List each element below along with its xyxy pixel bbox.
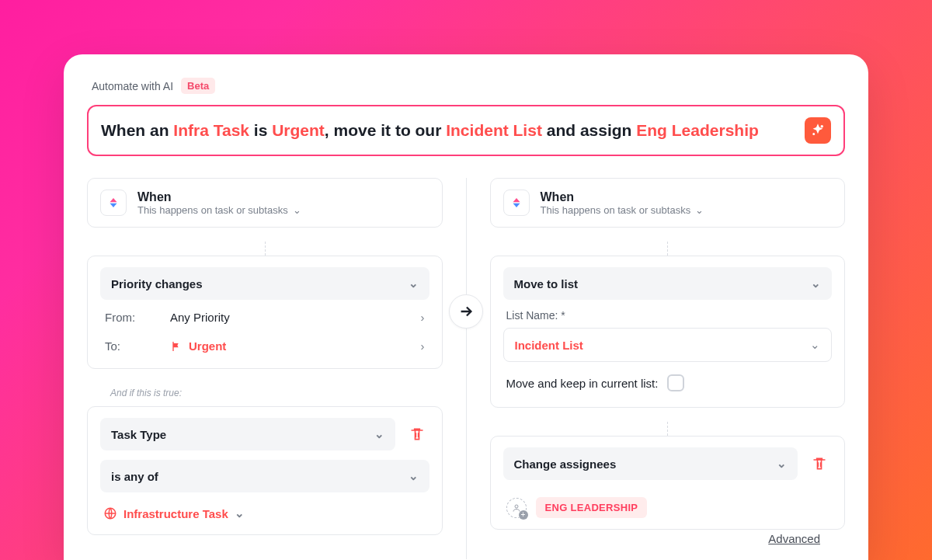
trigger-when-card[interactable]: When This happens on task or subtasks ⌄ <box>87 178 443 228</box>
chevron-down-icon: ⌄ <box>810 338 820 352</box>
action-when-card[interactable]: When This happens on task or subtasks ⌄ <box>490 178 846 228</box>
keep-in-list-label: Move and keep in current list: <box>506 377 659 390</box>
chevron-down-icon: ⌄ <box>777 457 787 471</box>
list-name-label: List Name: * <box>503 300 833 328</box>
beta-badge: Beta <box>181 78 215 94</box>
prompt-text: When an Infra Task is Urgent, move it to… <box>101 120 759 141</box>
assignee-pill[interactable]: ENG LEADERSHIP <box>536 497 648 518</box>
app-logo-icon <box>100 190 127 216</box>
svg-point-1 <box>813 134 815 135</box>
trigger-config-card: Priority changes ⌄ From: Any Priority › … <box>87 256 443 369</box>
chevron-right-icon: › <box>421 311 425 324</box>
when-title: When <box>137 190 301 204</box>
flag-icon <box>170 340 183 353</box>
chevron-down-icon: ⌄ <box>409 277 419 290</box>
chevron-down-icon: ⌄ <box>695 204 704 216</box>
connector-line <box>667 242 845 256</box>
ai-generate-button[interactable] <box>805 117 831 144</box>
chevron-down-icon: ⌄ <box>374 427 384 441</box>
change-assignees-card: Change assignees ⌄ ENG LEADERSHIP <box>490 436 846 530</box>
when-scope-select[interactable]: This happens on task or subtasks ⌄ <box>541 204 704 216</box>
action-type-select[interactable]: Change assignees ⌄ <box>503 447 798 480</box>
chevron-down-icon: ⌄ <box>409 469 419 483</box>
globe-icon <box>103 506 117 520</box>
chevron-down-icon: ⌄ <box>235 506 245 520</box>
condition-value-select[interactable]: Infrastructure Task ⌄ <box>100 500 248 527</box>
keep-in-list-checkbox[interactable] <box>667 374 684 391</box>
chevron-down-icon: ⌄ <box>293 204 301 216</box>
svg-point-0 <box>821 126 822 127</box>
ai-prompt-input[interactable]: When an Infra Task is Urgent, move it to… <box>87 105 845 156</box>
trigger-type-select[interactable]: Priority changes ⌄ <box>100 267 429 300</box>
trash-icon <box>409 426 425 442</box>
person-icon <box>512 503 521 513</box>
condition-card: Task Type ⌄ is any of ⌄ Infrastructure T… <box>87 406 443 535</box>
svg-point-3 <box>515 505 518 508</box>
priority-from-select[interactable]: From: Any Priority › <box>100 300 429 329</box>
delete-action-button[interactable] <box>807 451 832 476</box>
sparkle-icon <box>811 123 825 137</box>
move-to-list-card: Move to list ⌄ List Name: * Incident Lis… <box>490 256 846 408</box>
priority-to-select[interactable]: To: Urgent › <box>100 329 429 357</box>
condition-operator-select[interactable]: is any of ⌄ <box>100 460 429 492</box>
app-logo-icon <box>503 190 530 216</box>
list-name-select[interactable]: Incident List ⌄ <box>503 328 833 362</box>
chevron-down-icon: ⌄ <box>811 277 821 290</box>
chevron-right-icon: › <box>421 339 425 353</box>
when-scope-select[interactable]: This happens on task or subtasks ⌄ <box>137 204 301 216</box>
delete-condition-button[interactable] <box>405 422 429 447</box>
action-type-select[interactable]: Move to list ⌄ <box>503 267 833 300</box>
connector-line <box>265 242 443 256</box>
when-title: When <box>541 190 704 204</box>
condition-field-select[interactable]: Task Type ⌄ <box>100 418 395 450</box>
trash-icon <box>812 456 827 471</box>
arrow-right-icon <box>457 303 475 320</box>
add-assignee-button[interactable] <box>506 498 527 518</box>
advanced-link[interactable]: Advanced <box>768 532 820 545</box>
condition-note: And if this is true: <box>87 383 443 406</box>
connector-line <box>667 422 845 436</box>
flow-arrow <box>449 294 483 329</box>
header-label: Automate with AI <box>92 80 173 92</box>
column-divider <box>466 178 467 559</box>
